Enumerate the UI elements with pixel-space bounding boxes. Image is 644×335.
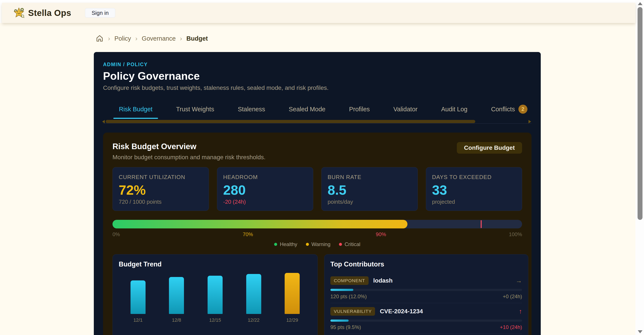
top-contributors-card: Top Contributors COMPONENTlodash→120 pts… <box>324 254 528 335</box>
tab-label: Risk Budget <box>119 106 152 113</box>
page-subtitle: Configure risk budgets, trust weights, s… <box>103 85 532 91</box>
stat-card-days-to-exceeded: DAYS TO EXCEEDED33projected <box>426 167 522 211</box>
sign-in-button[interactable]: Sign in <box>85 8 116 18</box>
tabs-horizontal-scrollbar <box>103 120 532 124</box>
gauge-threshold-labels: 0%70%90%100% <box>112 231 522 237</box>
contributor-progress-fill <box>330 319 348 322</box>
stat-label: HEADROOM <box>223 174 307 180</box>
overview-subtitle: Monitor budget consumption and manage ri… <box>112 154 266 161</box>
open-arrow-icon[interactable]: → <box>516 277 522 284</box>
chart-bar-12-15 <box>208 276 222 314</box>
tab-label: Profiles <box>349 106 370 113</box>
overview-title: Risk Budget Overview <box>112 142 266 151</box>
stat-value: 280 <box>223 183 307 197</box>
legend-item-critical: Critical <box>339 241 360 247</box>
stat-subtext: projected <box>432 199 516 205</box>
stat-subtext: -20 (24h) <box>223 199 307 205</box>
policy-governance-panel: ADMIN / POLICY Policy Governance Configu… <box>94 52 541 335</box>
home-icon[interactable] <box>96 34 104 43</box>
gauge-fill <box>112 220 408 228</box>
contributor-type-badge: VULNERABILITY <box>330 307 375 316</box>
legend-dot-icon <box>339 243 342 246</box>
stat-value: 33 <box>432 183 516 197</box>
vertical-scrollbar-thumb[interactable] <box>638 7 642 220</box>
chart-bar-slot: 12/22 <box>235 274 272 323</box>
contributor-name: lodash <box>373 277 393 284</box>
budget-trend-card: Budget Trend 12/112/812/1512/2212/29 <box>112 254 318 335</box>
stat-value: 72% <box>119 183 203 197</box>
gauge-threshold-label: 90% <box>376 231 386 237</box>
tab-validator[interactable]: Validator <box>388 100 423 119</box>
tab-label: Audit Log <box>441 106 468 113</box>
chart-bar-12-1 <box>130 280 146 314</box>
scroll-down-arrow-icon[interactable] <box>638 330 642 333</box>
breadcrumb-budget: Budget <box>186 35 208 42</box>
stella-ops-logo-icon <box>13 7 25 19</box>
stat-subtext: 720 / 1000 points <box>119 199 203 205</box>
horizontal-scrollbar-thumb[interactable] <box>106 120 475 123</box>
tab-bar: Risk BudgetTrust WeightsStalenessSealed … <box>103 100 532 119</box>
brand: Stella Ops <box>13 7 71 19</box>
chart-bar-slot: 12/8 <box>158 277 195 323</box>
legend-label: Critical <box>344 241 360 247</box>
chart-x-tick-label: 12/1 <box>133 317 142 323</box>
stat-value: 8.5 <box>328 183 412 197</box>
gauge-threshold-label: 70% <box>243 231 253 237</box>
contributor-delta-24h: +0 (24h) <box>503 293 522 299</box>
tab-label: Conflicts <box>491 106 515 113</box>
top-contributors-title: Top Contributors <box>330 260 522 268</box>
contributor-progress-bar <box>330 289 522 291</box>
contributor-name: CVE-2024-1234 <box>380 308 423 315</box>
conflicts-count-badge: 2 <box>518 105 528 114</box>
tab-label: Trust Weights <box>176 106 214 113</box>
gauge-threshold-label: 100% <box>509 231 522 237</box>
section-eyebrow: ADMIN / POLICY <box>103 62 532 68</box>
chart-x-tick-label: 12/8 <box>172 317 181 323</box>
chart-bar-12-8 <box>169 277 184 314</box>
budget-trend-title: Budget Trend <box>119 260 312 268</box>
stat-card-burn-rate: BURN RATE8.5points/day <box>321 167 418 211</box>
tab-sealed-mode[interactable]: Sealed Mode <box>283 100 331 119</box>
contributor-row: VULNERABILITYCVE-2024-1234↑95 pts (9.5%)… <box>330 307 522 334</box>
contributor-type-badge: COMPONENT <box>330 276 368 285</box>
utilization-gauge <box>112 220 522 228</box>
legend-label: Healthy <box>280 241 297 247</box>
legend-dot-icon <box>306 243 309 246</box>
page-title: Policy Governance <box>103 70 532 82</box>
scroll-up-arrow-icon[interactable] <box>638 2 642 5</box>
contributor-points: 120 pts (12.0%) <box>330 293 367 299</box>
gauge-critical-marker <box>481 220 482 228</box>
contributor-delta-24h: +10 (24h) <box>500 324 522 330</box>
chart-bar-slot: 12/29 <box>274 273 310 323</box>
scroll-right-arrow-icon[interactable] <box>528 120 531 123</box>
contributor-points: 95 pts (9.5%) <box>330 324 361 330</box>
gauge-threshold-label: 0% <box>112 231 120 237</box>
chart-x-tick-label: 12/29 <box>286 317 298 323</box>
tab-label: Sealed Mode <box>289 106 326 113</box>
topbar: Stella Ops Sign in <box>2 3 636 23</box>
tab-conflicts[interactable]: Conflicts2 <box>485 100 533 119</box>
brand-name: Stella Ops <box>28 8 71 18</box>
tab-staleness[interactable]: Staleness <box>232 100 271 119</box>
chart-bar-12-22 <box>246 274 261 314</box>
breadcrumb-governance[interactable]: Governance <box>142 35 176 42</box>
stat-subtext: points/day <box>328 199 412 205</box>
breadcrumb: › Policy › Governance › Budget <box>96 34 208 43</box>
scroll-left-arrow-icon[interactable] <box>102 120 105 123</box>
tab-profiles[interactable]: Profiles <box>344 100 376 119</box>
chart-bar-slot: 12/15 <box>197 276 234 323</box>
breadcrumb-separator: › <box>135 35 138 42</box>
stat-label: BURN RATE <box>328 174 412 180</box>
legend-label: Warning <box>312 241 330 247</box>
tab-risk-budget[interactable]: Risk Budget <box>113 100 158 119</box>
trend-up-arrow-icon[interactable]: ↑ <box>519 308 522 315</box>
tab-audit-log[interactable]: Audit Log <box>436 100 473 119</box>
legend-item-healthy: Healthy <box>274 241 297 247</box>
stat-card-current-utilization: CURRENT UTILIZATION72%720 / 1000 points <box>112 167 209 211</box>
legend-dot-icon <box>274 243 277 246</box>
breadcrumb-policy[interactable]: Policy <box>114 35 131 42</box>
tab-trust-weights[interactable]: Trust Weights <box>170 100 220 119</box>
chart-x-tick-label: 12/15 <box>209 317 221 323</box>
configure-budget-button[interactable]: Configure Budget <box>457 142 522 154</box>
contributor-progress-fill <box>330 289 353 291</box>
